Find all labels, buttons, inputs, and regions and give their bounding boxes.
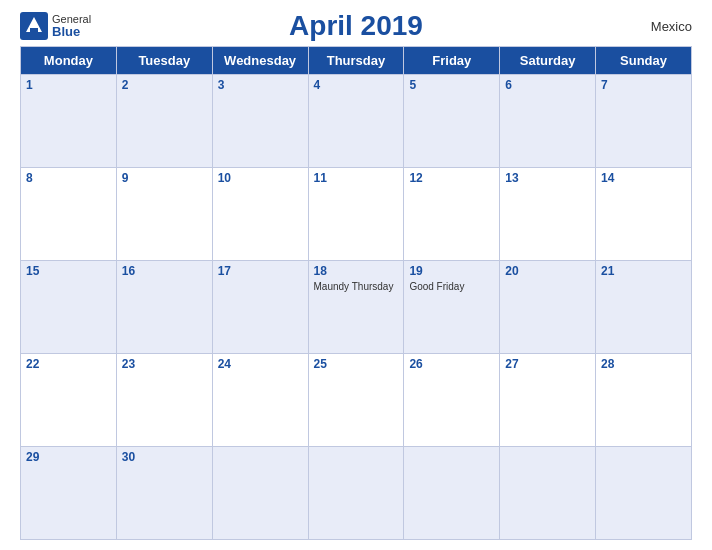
weekday-header-sunday: Sunday [596,47,692,75]
svg-rect-2 [30,28,38,33]
country-label: Mexico [651,19,692,34]
logo-text: General Blue [52,13,91,39]
calendar-cell-25: 25 [308,354,404,447]
day-number: 30 [122,450,207,464]
day-number: 23 [122,357,207,371]
calendar-cell-empty [404,447,500,540]
calendar-cell-11: 11 [308,168,404,261]
day-number: 5 [409,78,494,92]
day-number: 25 [314,357,399,371]
day-number: 12 [409,171,494,185]
week-row-5: 2930 [21,447,692,540]
calendar-cell-22: 22 [21,354,117,447]
calendar-cell-13: 13 [500,168,596,261]
day-number: 15 [26,264,111,278]
calendar-cell-30: 30 [116,447,212,540]
day-number: 27 [505,357,590,371]
calendar-cell-18: 18Maundy Thursday [308,261,404,354]
calendar-cell-empty [212,447,308,540]
day-number: 1 [26,78,111,92]
day-number: 7 [601,78,686,92]
generalblue-logo-icon [20,12,48,40]
weekday-header-tuesday: Tuesday [116,47,212,75]
weekday-header-monday: Monday [21,47,117,75]
logo-area: General Blue [20,12,91,40]
calendar-cell-20: 20 [500,261,596,354]
calendar-cell-16: 16 [116,261,212,354]
day-number: 20 [505,264,590,278]
calendar-cell-empty [596,447,692,540]
weekday-header-row: MondayTuesdayWednesdayThursdayFridaySatu… [21,47,692,75]
calendar-cell-15: 15 [21,261,117,354]
calendar-cell-3: 3 [212,75,308,168]
calendar-cell-6: 6 [500,75,596,168]
event-label: Good Friday [409,280,494,293]
week-row-2: 891011121314 [21,168,692,261]
day-number: 14 [601,171,686,185]
day-number: 2 [122,78,207,92]
day-number: 10 [218,171,303,185]
weekday-header-thursday: Thursday [308,47,404,75]
calendar-cell-4: 4 [308,75,404,168]
calendar-cell-5: 5 [404,75,500,168]
calendar-cell-8: 8 [21,168,117,261]
calendar-cell-23: 23 [116,354,212,447]
week-row-3: 15161718Maundy Thursday19Good Friday2021 [21,261,692,354]
week-row-4: 22232425262728 [21,354,692,447]
calendar-cell-empty [500,447,596,540]
day-number: 6 [505,78,590,92]
calendar-cell-19: 19Good Friday [404,261,500,354]
day-number: 28 [601,357,686,371]
calendar-table: MondayTuesdayWednesdayThursdayFridaySatu… [20,46,692,540]
week-row-1: 1234567 [21,75,692,168]
calendar-cell-24: 24 [212,354,308,447]
day-number: 17 [218,264,303,278]
calendar-cell-12: 12 [404,168,500,261]
calendar-cell-2: 2 [116,75,212,168]
calendar-cell-7: 7 [596,75,692,168]
calendar-cell-28: 28 [596,354,692,447]
calendar-cell-empty [308,447,404,540]
calendar-cell-17: 17 [212,261,308,354]
logo-blue-text: Blue [52,25,91,39]
day-number: 13 [505,171,590,185]
weekday-header-wednesday: Wednesday [212,47,308,75]
calendar-cell-21: 21 [596,261,692,354]
calendar-cell-9: 9 [116,168,212,261]
day-number: 19 [409,264,494,278]
day-number: 3 [218,78,303,92]
weekday-header-saturday: Saturday [500,47,596,75]
event-label: Maundy Thursday [314,280,399,293]
calendar-cell-14: 14 [596,168,692,261]
day-number: 8 [26,171,111,185]
calendar-cell-26: 26 [404,354,500,447]
day-number: 11 [314,171,399,185]
weekday-header-friday: Friday [404,47,500,75]
day-number: 22 [26,357,111,371]
day-number: 16 [122,264,207,278]
day-number: 18 [314,264,399,278]
day-number: 4 [314,78,399,92]
calendar-cell-1: 1 [21,75,117,168]
calendar-title: April 2019 [289,10,423,42]
calendar-header: General Blue April 2019 Mexico [20,10,692,42]
calendar-cell-10: 10 [212,168,308,261]
day-number: 26 [409,357,494,371]
day-number: 9 [122,171,207,185]
day-number: 24 [218,357,303,371]
calendar-cell-29: 29 [21,447,117,540]
day-number: 21 [601,264,686,278]
calendar-cell-27: 27 [500,354,596,447]
day-number: 29 [26,450,111,464]
